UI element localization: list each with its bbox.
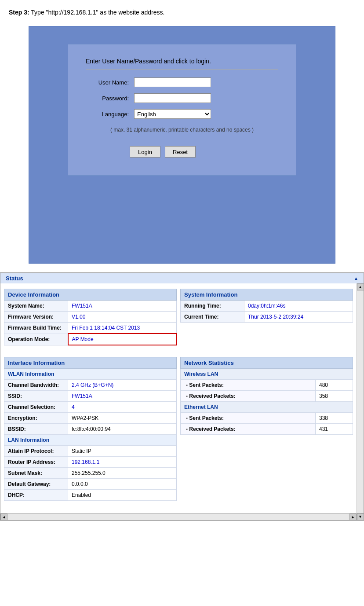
- lan-info-label: LAN Information: [8, 437, 49, 443]
- system-name-label: System Name:: [4, 301, 68, 312]
- step-label: Step 3:: [9, 9, 29, 16]
- running-time-value: 0day:0h:1m:46s: [244, 301, 353, 312]
- table-row: DHCP: Enabled: [4, 490, 177, 501]
- device-info-table: Device Information System Name: FW151A F…: [4, 289, 177, 345]
- attain-ip-label: Attain IP Protocol:: [4, 446, 68, 457]
- table-row: Channel Bandwidth: 2.4 GHz (B+G+N): [4, 380, 177, 391]
- device-info-header: Device Information: [4, 289, 177, 301]
- top-tables-row: Device Information System Name: FW151A F…: [4, 289, 353, 353]
- channel-sel-value: 4: [68, 402, 177, 413]
- scroll-left-arrow[interactable]: ◄: [0, 514, 7, 521]
- router-ip-label: Router IP Address:: [4, 457, 68, 468]
- tables-area: Device Information System Name: FW151A F…: [0, 283, 357, 513]
- wlan-received-label: - Received Packets:: [181, 391, 316, 402]
- status-content-wrapper: Device Information System Name: FW151A F…: [0, 283, 364, 520]
- ssid-label: SSID:: [4, 391, 68, 402]
- table-row: Encryption: WPA2-PSK: [4, 413, 177, 424]
- reset-button[interactable]: Reset: [165, 146, 196, 158]
- subnet-mask-value: 255.255.255.0: [68, 468, 177, 479]
- system-info-table: System Information Running Time: 0day:0h…: [180, 289, 353, 323]
- table-row: Firmware Version: V1.00: [4, 312, 177, 323]
- bssid-value: fc:8f:c4:00:00:94: [68, 424, 177, 435]
- password-row: Password:: [86, 93, 278, 103]
- login-buttons: Login Reset: [86, 146, 278, 158]
- table-row: Operation Mode: AP Mode: [4, 334, 177, 345]
- network-stats-col: Network Statistics Wireless LAN - Sent P…: [180, 357, 353, 508]
- current-time-label: Current Time:: [181, 312, 244, 323]
- status-bar: Status ▲: [0, 273, 364, 283]
- current-time-value: Thur 2013-5-2 20:39:24: [244, 312, 353, 323]
- eth-received-value: 431: [315, 424, 353, 435]
- scroll-down-btn[interactable]: ▼: [357, 513, 364, 520]
- firmware-version-value: V1.00: [68, 312, 177, 323]
- ethernet-lan-label: Ethernet LAN: [184, 404, 218, 410]
- wlan-info-label: WLAN Information: [8, 371, 54, 377]
- language-row: Language: English Chinese French German …: [86, 109, 278, 119]
- language-label: Language:: [86, 111, 134, 118]
- channel-bw-label: Channel Bandwidth:: [4, 380, 68, 391]
- table-row: Attain IP Protocol: Static IP: [4, 446, 177, 457]
- table-row: Running Time: 0day:0h:1m:46s: [181, 301, 353, 312]
- table-row: Default Gateway: 0.0.0.0: [4, 479, 177, 490]
- table-row: Router IP Address: 192.168.1.1: [4, 457, 177, 468]
- scroll-up-arrow[interactable]: ▲: [354, 276, 358, 281]
- table-row: Channel Selection: 4: [4, 402, 177, 413]
- firmware-build-value: Fri Feb 1 18:14:04 CST 2013: [68, 323, 177, 334]
- browser-window: Status ▲ Device Information System Name:: [0, 272, 364, 521]
- table-row: System Name: FW151A: [4, 301, 177, 312]
- wireless-lan-label: Wireless LAN: [184, 371, 218, 377]
- eth-sent-value: 338: [315, 413, 353, 424]
- table-row: BSSID: fc:8f:c4:00:00:94: [4, 424, 177, 435]
- right-scrollbar: ▲ ▼: [357, 283, 364, 520]
- password-label: Password:: [86, 95, 134, 102]
- device-info-col: Device Information System Name: FW151A F…: [4, 289, 177, 353]
- network-stats-table: Network Statistics Wireless LAN - Sent P…: [180, 357, 353, 435]
- running-time-label: Running Time:: [181, 301, 244, 312]
- bssid-label: BSSID:: [4, 424, 68, 435]
- login-button[interactable]: Login: [130, 146, 160, 158]
- login-title: Enter User Name/Password and click to lo…: [86, 58, 278, 70]
- interface-info-header: Interface Information: [4, 357, 177, 369]
- network-stats-header: Network Statistics: [181, 357, 353, 369]
- scroll-up-btn[interactable]: ▲: [357, 283, 364, 290]
- table-row: WLAN Information: [4, 369, 177, 380]
- username-input[interactable]: [134, 77, 211, 87]
- ssid-value: FW151A: [68, 391, 177, 402]
- dhcp-label: DHCP:: [4, 490, 68, 501]
- eth-received-label: - Received Packets:: [181, 424, 316, 435]
- table-row: - Sent Packets: 480: [181, 380, 353, 391]
- channel-sel-label: Channel Selection:: [4, 402, 68, 413]
- right-scroll-track[interactable]: [357, 290, 364, 513]
- instruction-line: Step 3: Type "http://192.168.1.1" as the…: [0, 0, 364, 22]
- table-row: Wireless LAN: [181, 369, 353, 380]
- wlan-received-value: 358: [315, 391, 353, 402]
- system-info-header: System Information: [181, 289, 353, 301]
- scroll-right-arrow[interactable]: ►: [349, 514, 357, 521]
- table-row: Firmware Build Time: Fri Feb 1 18:14:04 …: [4, 323, 177, 334]
- channel-bw-value: 2.4 GHz (B+G+N): [68, 380, 177, 391]
- firmware-version-label: Firmware Version:: [4, 312, 68, 323]
- operation-mode-value: AP Mode: [68, 334, 177, 345]
- dhcp-value: Enabled: [68, 490, 177, 501]
- password-input[interactable]: [134, 93, 211, 103]
- table-row: - Received Packets: 431: [181, 424, 353, 435]
- status-label: Status: [6, 275, 23, 282]
- subnet-mask-label: Subnet Mask:: [4, 468, 68, 479]
- default-gw-value: 0.0.0.0: [68, 479, 177, 490]
- system-name-value: FW151A: [68, 301, 177, 312]
- language-select[interactable]: English Chinese French German Spanish: [134, 109, 211, 119]
- login-outer-panel: Enter User Name/Password and click to lo…: [29, 26, 335, 264]
- bottom-tables-row: Interface Information WLAN Information C…: [4, 357, 353, 508]
- interface-info-table: Interface Information WLAN Information C…: [4, 357, 177, 501]
- login-inner-panel: Enter User Name/Password and click to lo…: [68, 44, 296, 176]
- table-row: SSID: FW151A: [4, 391, 177, 402]
- main-content-area: Device Information System Name: FW151A F…: [0, 283, 357, 520]
- table-row: Subnet Mask: 255.255.255.0: [4, 468, 177, 479]
- table-row: Ethernet LAN: [181, 402, 353, 413]
- scroll-track[interactable]: [7, 514, 349, 520]
- table-row: - Received Packets: 358: [181, 391, 353, 402]
- attain-ip-value: Static IP: [68, 446, 177, 457]
- router-ip-value: 192.168.1.1: [68, 457, 177, 468]
- instruction-text: Type "http://192.168.1.1" as the website…: [29, 9, 165, 16]
- username-label: User Name:: [86, 79, 134, 86]
